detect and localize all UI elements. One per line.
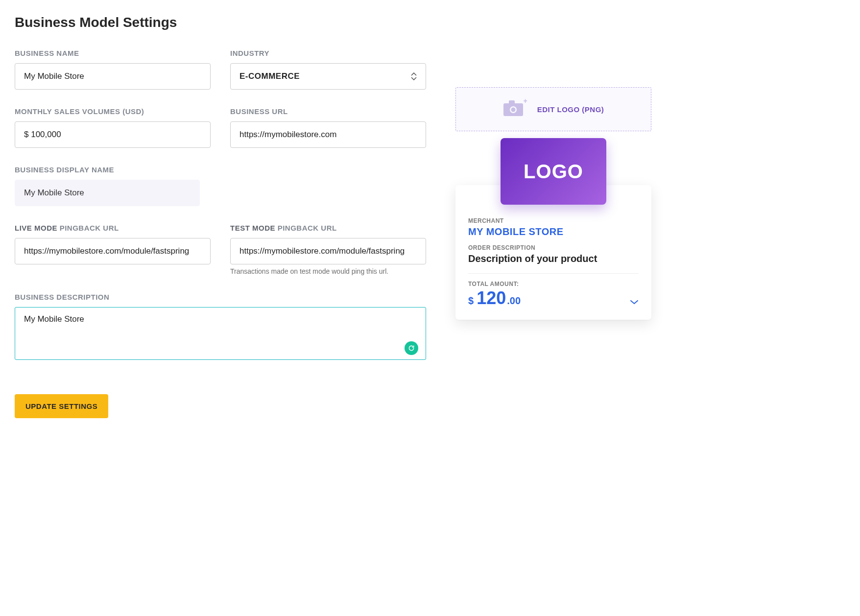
- preview-merchant-name: MY MOBILE STORE: [468, 226, 639, 237]
- preview-total-amount: $ 120 .00: [468, 289, 521, 307]
- amount-major: 120: [477, 289, 506, 307]
- live-mode-rest: PINGBACK URL: [57, 224, 119, 232]
- industry-label: INDUSTRY: [230, 49, 426, 57]
- svg-rect-1: [509, 100, 515, 104]
- logo-preview: LOGO: [501, 138, 606, 205]
- chevron-down-icon[interactable]: [630, 298, 639, 307]
- test-pingback-input[interactable]: [230, 238, 426, 264]
- update-settings-button[interactable]: UPDATE SETTINGS: [15, 394, 108, 418]
- preview-order-desc: Description of your product: [468, 253, 639, 264]
- test-pingback-helper: Transactions made on test mode would pin…: [230, 267, 426, 275]
- live-pingback-input[interactable]: [15, 238, 211, 264]
- preview-merchant-label: MERCHANT: [468, 217, 639, 224]
- amount-minor: .00: [507, 295, 521, 307]
- edit-logo-dropzone[interactable]: + EDIT LOGO (PNG): [455, 87, 651, 131]
- edit-logo-label: EDIT LOGO (PNG): [537, 105, 604, 114]
- test-pingback-label: TEST MODE PINGBACK URL: [230, 224, 426, 232]
- test-mode-rest: PINGBACK URL: [275, 224, 337, 232]
- test-mode-strong: TEST MODE: [230, 224, 275, 232]
- industry-select-value: E-COMMERCE: [239, 71, 300, 81]
- preview-order-label: ORDER DESCRIPTION: [468, 244, 639, 251]
- monthly-sales-input[interactable]: [15, 121, 211, 148]
- business-name-input[interactable]: [15, 63, 211, 90]
- currency-symbol: $: [468, 295, 474, 307]
- description-textarea[interactable]: [15, 307, 426, 360]
- grammarly-icon: [405, 341, 418, 355]
- preview-total-label: TOTAL AMOUNT:: [468, 281, 639, 287]
- live-pingback-label: LIVE MODE PINGBACK URL: [15, 224, 211, 232]
- industry-select[interactable]: E-COMMERCE: [230, 63, 426, 90]
- display-name-label: BUSINESS DISPLAY NAME: [15, 166, 200, 174]
- display-name-value: My Mobile Store: [15, 180, 200, 206]
- business-url-input[interactable]: [230, 121, 426, 148]
- camera-icon: +: [503, 100, 524, 118]
- monthly-sales-label: MONTHLY SALES VOLUMES (USD): [15, 107, 211, 116]
- page-title: Business Model Settings: [15, 15, 426, 30]
- divider: [468, 273, 639, 274]
- live-mode-strong: LIVE MODE: [15, 224, 57, 232]
- business-name-label: BUSINESS NAME: [15, 49, 211, 57]
- description-label: BUSINESS DESCRIPTION: [15, 293, 426, 301]
- checkout-preview-card: LOGO MERCHANT MY MOBILE STORE ORDER DESC…: [455, 185, 651, 320]
- select-stepper-icon: [411, 72, 417, 80]
- business-url-label: BUSINESS URL: [230, 107, 426, 116]
- svg-point-3: [511, 108, 515, 112]
